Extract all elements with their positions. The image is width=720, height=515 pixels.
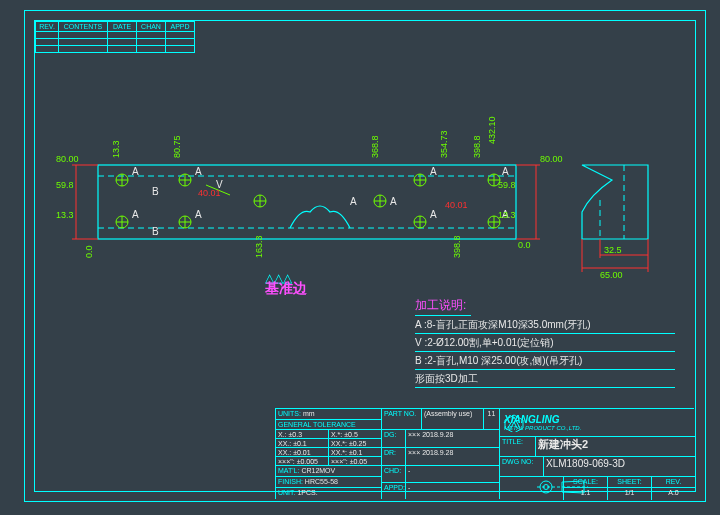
note-line-a: A :8-盲孔,正面攻深M10深35.0mm(牙孔)	[415, 316, 675, 334]
main-view: A A B B A A V A A A A A A 80.00 59.8 13.…	[0, 40, 720, 340]
dim: 398.8	[472, 135, 482, 158]
tag-a: A	[350, 196, 357, 207]
rev-col-contents: CONTENTS	[59, 22, 108, 32]
dim-80-left: 80.00	[56, 154, 79, 164]
tag-a: A	[132, 166, 139, 177]
note-line-f: 形面按3D加工	[415, 370, 675, 388]
rev-col-chan: CHAN	[137, 22, 166, 32]
tag-b: B	[152, 186, 159, 197]
rev-col-appd: APPD	[166, 22, 195, 32]
dim-13-3-bl: 13.3	[56, 210, 74, 220]
dim: 354.73	[439, 130, 449, 158]
svg-point-48	[540, 481, 552, 493]
note-line-v: V :2-Ø12.00割,单+0.01(定位销)	[415, 334, 675, 352]
datum-label: 基准边	[265, 280, 307, 296]
dim: 432.10	[487, 116, 497, 144]
tag-a: A	[430, 209, 437, 220]
dim: 0.0	[518, 240, 531, 250]
dim: 13.3	[498, 210, 516, 220]
note-line-b: B :2-盲孔,M10 深25.00(攻,侧)(吊牙孔)	[415, 352, 675, 370]
tag-a: A	[390, 196, 397, 207]
machining-notes: 加工说明: A :8-盲孔,正面攻深M10深35.0mm(牙孔) V :2-Ø1…	[415, 298, 675, 388]
tag-b: B	[152, 226, 159, 237]
dim: 163.3	[254, 235, 264, 258]
rev-col-rev: REV.	[36, 22, 59, 32]
dim: 59.8	[498, 180, 516, 190]
dim-side-32-5: 32.5	[604, 245, 622, 255]
datum-marker: △△△ 基准边	[265, 273, 307, 294]
dim: 368.8	[370, 135, 380, 158]
dim-side-65: 65.00	[600, 270, 623, 280]
tag-a: A	[195, 209, 202, 220]
dim: 398.8	[452, 235, 462, 258]
dim-0-0-a: 0.0	[84, 245, 94, 258]
dim-59-8-tl: 59.8	[56, 180, 74, 190]
dim: 80.75	[172, 135, 182, 158]
dim-40-01-r: 40.01	[445, 200, 468, 210]
dim-40-01-l: 40.01	[198, 188, 221, 198]
tag-a: A	[132, 209, 139, 220]
title-block: UNITS: mm GENERAL TOLERANCE X.: ±0.3 X.*…	[275, 408, 694, 499]
dim-80-right: 80.00	[540, 154, 563, 164]
tag-a: A	[430, 166, 437, 177]
tag-a: A	[195, 166, 202, 177]
logo-icon	[504, 414, 524, 432]
dim: 13.3	[111, 140, 121, 158]
rev-col-date: DATE	[108, 22, 137, 32]
notes-title: 加工说明:	[415, 298, 471, 316]
tag-a: A	[502, 166, 509, 177]
